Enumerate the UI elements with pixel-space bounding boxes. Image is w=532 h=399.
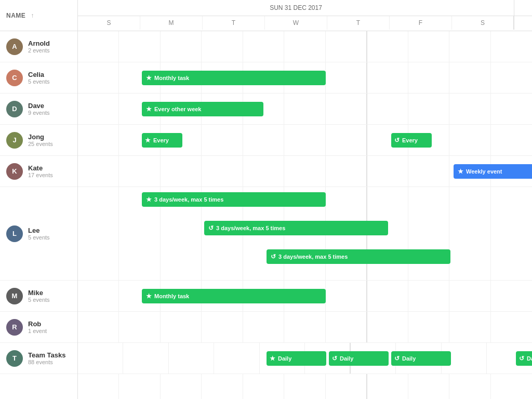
avatar-celia: C — [6, 70, 23, 86]
slot — [243, 312, 284, 342]
events-dave: 9 events — [28, 110, 50, 116]
slot — [449, 94, 490, 124]
row-celia: ★ Monthly task — [78, 62, 532, 94]
name-celia: Celia — [28, 71, 50, 78]
slot — [408, 374, 449, 399]
slot — [491, 187, 532, 280]
event-lee-3days-1[interactable]: ★ 3 days/week, max 5 times — [142, 192, 326, 207]
slot — [491, 31, 532, 62]
event-team-daily-f[interactable]: ↺ Daily — [391, 351, 451, 366]
slot — [202, 374, 243, 399]
star-icon: ★ — [146, 74, 152, 82]
slot — [408, 281, 449, 311]
refresh-icon: ↺ — [332, 355, 337, 362]
slot — [491, 94, 532, 124]
avatar-kate: K — [6, 163, 23, 180]
slot — [202, 312, 243, 342]
event-lee-3days-2[interactable]: ↺ 3 days/week, max 5 times — [204, 221, 388, 235]
row-kate: ★ Weekly event — [78, 156, 532, 187]
slot — [284, 125, 325, 155]
slot — [367, 374, 408, 399]
star-icon: ★ — [270, 355, 275, 362]
slot — [78, 31, 119, 62]
name-arnold: Arnold — [28, 39, 50, 47]
name-kate: Kate — [28, 164, 53, 172]
event-mike-monthly[interactable]: ★ Monthly task — [142, 289, 326, 303]
row-dave: ★ Every other week — [78, 94, 532, 125]
event-team-daily-w[interactable]: ★ Daily — [267, 351, 326, 366]
event-label: Monthly task — [154, 293, 189, 299]
person-dave: D Dave 9 events — [0, 94, 77, 125]
avatar-mike: M — [6, 288, 23, 304]
name-jong: Jong — [28, 133, 53, 141]
event-kate-weekly[interactable]: ★ Weekly event — [454, 164, 532, 179]
event-label: 3 days/week, max 5 times — [216, 225, 285, 231]
avatar-team: T — [6, 350, 23, 367]
slot — [161, 312, 202, 342]
avatar-lee: L — [6, 225, 23, 242]
slot — [449, 187, 490, 280]
slot — [161, 374, 202, 399]
event-label: 3 days/week, max 5 times — [278, 254, 348, 260]
event-dave-every-other-week[interactable]: ★ Every other week — [142, 102, 263, 116]
event-team-daily-t[interactable]: ↺ Daily — [329, 351, 389, 366]
person-team: T Team Tasks 88 events — [0, 343, 77, 374]
row-rob — [78, 312, 532, 343]
events-mike: 5 events — [28, 297, 50, 303]
slot — [284, 312, 325, 342]
slot — [78, 343, 123, 374]
header: NAME ↑ SUN 31 DEC 2017 SUN 07 JAN 20... … — [0, 0, 532, 31]
events-arnold: 2 events — [28, 47, 50, 54]
event-team-daily-s2[interactable]: ↺ Daily — [516, 351, 532, 366]
event-jong-every-1[interactable]: ★ Every — [142, 133, 182, 148]
day-m1: M — [140, 16, 203, 30]
day-s2: S — [452, 16, 514, 30]
sort-icon[interactable]: ↑ — [31, 12, 34, 19]
refresh-icon: ↺ — [394, 355, 400, 362]
app-container: NAME ↑ SUN 31 DEC 2017 SUN 07 JAN 20... … — [0, 0, 532, 399]
name-team: Team Tasks — [28, 351, 66, 359]
week-labels: SUN 31 DEC 2017 SUN 07 JAN 20... — [78, 0, 532, 16]
slot — [243, 125, 284, 155]
person-mike: M Mike 5 events — [0, 281, 77, 312]
refresh-icon: ↺ — [394, 137, 400, 144]
events-lee: 5 events — [28, 234, 50, 241]
events-rob: 1 event — [28, 328, 47, 334]
slot — [119, 156, 160, 187]
slot — [78, 312, 119, 342]
week2-label: SUN 07 JAN 20... — [514, 0, 532, 16]
avatar-rob: R — [6, 319, 23, 336]
star-icon: ★ — [146, 196, 152, 203]
person-jong: J Jong 25 events — [0, 125, 77, 156]
person-kate: K Kate 17 events — [0, 156, 77, 187]
calendar-header: SUN 31 DEC 2017 SUN 07 JAN 20... S M T W… — [78, 0, 532, 31]
slot — [408, 187, 449, 280]
event-label: Daily — [402, 355, 416, 362]
slot — [202, 156, 243, 187]
slot — [284, 156, 325, 187]
row-jong: ★ Every ↺ Every — [78, 125, 532, 156]
slot — [326, 374, 367, 399]
event-label: Daily — [527, 355, 532, 362]
day-t2: T — [327, 16, 390, 30]
slot — [491, 281, 532, 311]
slot — [367, 281, 408, 311]
slot — [119, 374, 160, 399]
day-s1: S — [78, 16, 140, 30]
slot — [491, 374, 532, 399]
slot — [491, 62, 532, 93]
event-lee-3days-3[interactable]: ↺ 3 days/week, max 5 times — [267, 249, 450, 264]
slot — [243, 374, 284, 399]
event-label: 3 days/week, max 5 times — [154, 196, 223, 203]
slot — [367, 62, 408, 93]
slot — [326, 31, 367, 62]
slot — [78, 281, 119, 311]
row-team: ★ Daily ↺ Daily ↺ Daily ↺ — [78, 343, 532, 374]
slot — [449, 374, 490, 399]
event-jong-every-2[interactable]: ↺ Every — [391, 133, 432, 148]
slot — [449, 312, 490, 342]
event-celia-monthly[interactable]: ★ Monthly task — [142, 71, 326, 85]
event-label: Daily — [340, 355, 353, 362]
event-label: Daily — [278, 355, 291, 362]
events-team: 88 events — [28, 359, 66, 365]
